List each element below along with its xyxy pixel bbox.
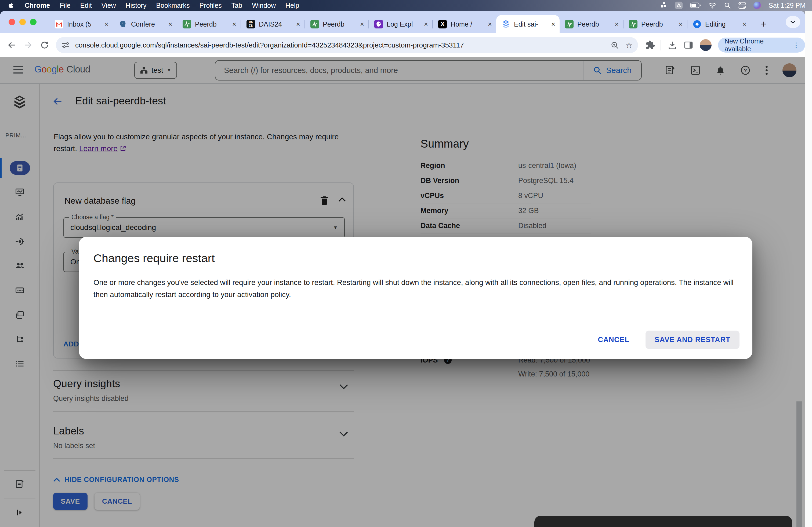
close-tab-icon[interactable]: ×: [104, 20, 108, 28]
menu-edit[interactable]: Edit: [80, 2, 92, 10]
tab-home-x[interactable]: X Home / ×: [433, 15, 496, 33]
new-tab-button[interactable]: +: [757, 17, 771, 31]
forward-icon[interactable]: [23, 40, 33, 50]
menu-history[interactable]: History: [126, 2, 147, 10]
menu-file[interactable]: File: [60, 2, 70, 10]
close-tab-icon[interactable]: ×: [679, 20, 683, 28]
gmail-icon: [55, 20, 63, 28]
wifi-icon[interactable]: [708, 2, 716, 9]
close-tab-icon[interactable]: ×: [551, 20, 555, 28]
tab-search-chevron[interactable]: [786, 16, 800, 28]
blue-pin-icon: [693, 20, 701, 28]
url-text[interactable]: console.cloud.google.com/sql/instances/s…: [75, 41, 610, 49]
browser-menu-icon[interactable]: ⋮: [793, 41, 800, 49]
browser-profile-avatar[interactable]: [700, 39, 712, 51]
menu-profiles[interactable]: Profiles: [199, 2, 221, 10]
chrome-window: Inbox (5 × Confere × Peerdb × DAIS DAIS2…: [0, 11, 805, 527]
menu-chrome[interactable]: Chrome: [25, 2, 50, 10]
maximize-window-button[interactable]: [30, 19, 37, 25]
back-icon[interactable]: [6, 40, 17, 50]
menu-window[interactable]: Window: [252, 2, 276, 10]
stats-menubar-icon[interactable]: [661, 2, 668, 9]
control-center-icon[interactable]: [738, 2, 746, 9]
close-tab-icon[interactable]: ×: [168, 20, 172, 28]
close-tab-icon[interactable]: ×: [615, 20, 619, 28]
menubar-clock[interactable]: Sat 1:29 PM: [768, 2, 806, 10]
side-panel-icon[interactable]: [684, 40, 693, 50]
peerdb-icon: [310, 20, 319, 28]
dialog-title: Changes require restart: [93, 252, 215, 265]
spotlight-icon[interactable]: [724, 2, 731, 9]
dialog-body: One or more changes you've selected will…: [93, 276, 738, 301]
tab-inbox[interactable]: Inbox (5 ×: [49, 15, 113, 33]
tab-peerdb-4[interactable]: Peerdb ×: [624, 15, 687, 33]
tab-conference[interactable]: Confere ×: [113, 15, 177, 33]
tab-log-explorer[interactable]: Log Expl ×: [369, 15, 432, 33]
peerdb-icon: [183, 20, 191, 28]
menu-help[interactable]: Help: [286, 2, 299, 10]
background-window-edge: [805, 11, 812, 527]
screen: Chrome File Edit View History Bookmarks …: [0, 0, 812, 527]
bookmark-star-icon[interactable]: ☆: [625, 41, 633, 50]
close-window-button[interactable]: [9, 19, 15, 25]
gcp-page: GoogleCloud test ▼ Search (/) for resour…: [0, 57, 805, 527]
dais-icon: DAIS: [246, 20, 255, 28]
minimize-window-button[interactable]: [19, 19, 26, 25]
reload-icon[interactable]: [40, 40, 49, 50]
close-tab-icon[interactable]: ×: [488, 20, 492, 28]
cloud-sql-icon: [502, 20, 510, 28]
tab-strip: Inbox (5 × Confere × Peerdb × DAIS DAIS2…: [0, 11, 805, 33]
menu-tab[interactable]: Tab: [231, 2, 242, 10]
menu-bookmarks[interactable]: Bookmarks: [156, 2, 190, 10]
peerdb-icon: [629, 20, 637, 28]
menu-view[interactable]: View: [102, 2, 116, 10]
close-tab-icon[interactable]: ×: [232, 20, 236, 28]
macos-menubar: Chrome File Edit View History Bookmarks …: [0, 0, 812, 11]
app-menubar-icon[interactable]: [675, 2, 683, 9]
address-bar[interactable]: console.cloud.google.com/sql/instances/s…: [56, 37, 638, 53]
changes-require-restart-dialog: Changes require restart One or more chan…: [79, 237, 752, 359]
close-tab-icon[interactable]: ×: [424, 20, 428, 28]
postgresql-icon: [119, 20, 127, 28]
x-twitter-icon: X: [438, 20, 447, 28]
extensions-icon[interactable]: [646, 40, 655, 50]
tab-edit-sai-active[interactable]: Edit sai- ×: [496, 15, 560, 33]
close-tab-icon[interactable]: ×: [742, 20, 746, 28]
close-tab-icon[interactable]: ×: [360, 20, 364, 28]
siri-icon[interactable]: [753, 2, 761, 9]
site-settings-icon[interactable]: [61, 41, 70, 49]
dialog-cancel-button[interactable]: CANCEL: [598, 336, 629, 344]
tab-peerdb-1[interactable]: Peerdb ×: [177, 15, 241, 33]
tab-peerdb-2[interactable]: Peerdb ×: [305, 15, 368, 33]
tab-dais24[interactable]: DAIS DAIS24 ×: [241, 15, 305, 33]
chrome-update-pill[interactable]: New Chrome available ⋮: [718, 37, 805, 52]
apple-menu-icon[interactable]: [8, 2, 14, 9]
browser-toolbar: console.cloud.google.com/sql/instances/s…: [0, 33, 805, 57]
zoom-page-icon[interactable]: [610, 41, 619, 49]
save-and-restart-button[interactable]: SAVE AND RESTART: [646, 331, 740, 349]
tab-editing[interactable]: Editing ×: [687, 15, 751, 33]
peerdb-icon: [565, 20, 574, 28]
bottom-toast-bar: [534, 516, 792, 527]
datadog-icon: [374, 20, 383, 28]
tab-peerdb-3[interactable]: Peerdb ×: [560, 15, 623, 33]
download-icon[interactable]: [668, 40, 677, 50]
close-tab-icon[interactable]: ×: [296, 20, 300, 28]
battery-icon[interactable]: [690, 2, 701, 8]
